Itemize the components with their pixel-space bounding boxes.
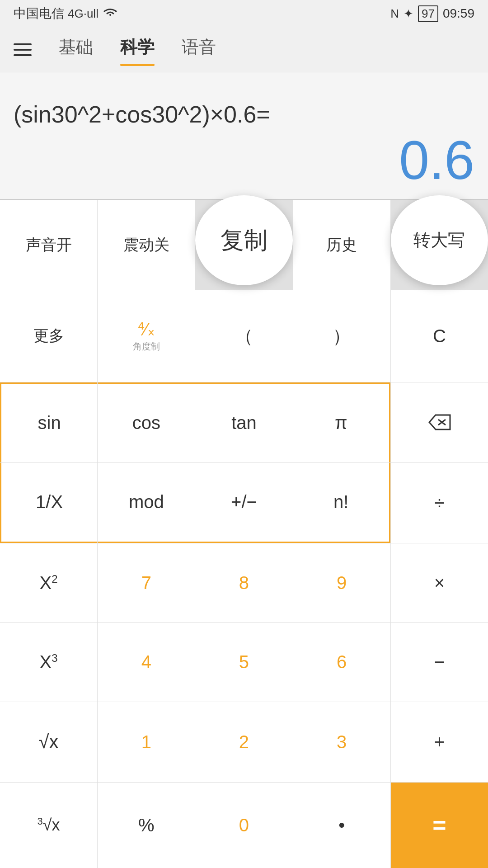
percent-button[interactable]: % <box>98 783 195 868</box>
status-right: N ✦ 97 09:59 <box>390 5 474 22</box>
close-paren-button[interactable]: ） <box>293 290 390 382</box>
cube-button[interactable]: X3 <box>0 623 97 701</box>
square-label: X2 <box>40 573 58 593</box>
7-button[interactable]: 7 <box>98 543 195 622</box>
sqrt-button[interactable]: √x <box>0 702 97 782</box>
calc-area: (sin30^2+cos30^2)×0.6= 0.6 声音开 震动关 复制 历史… <box>0 72 488 868</box>
clear-button[interactable]: C <box>391 290 488 382</box>
display: (sin30^2+cos30^2)×0.6= 0.6 <box>0 72 488 199</box>
cube-label: X3 <box>40 652 58 672</box>
0-button[interactable]: 0 <box>195 783 292 868</box>
header: 基础 科学 语音 <box>0 27 488 72</box>
open-paren-button[interactable]: （ <box>195 290 292 382</box>
angle-icon: ⁴∕ₓ <box>138 320 155 340</box>
9-button[interactable]: 9 <box>293 543 390 622</box>
more-button[interactable]: 更多 <box>0 290 97 382</box>
dot-button[interactable]: • <box>293 783 390 868</box>
expression: (sin30^2+cos30^2)×0.6= <box>14 99 474 130</box>
inv-button[interactable]: 1/X <box>0 463 97 543</box>
bluetooth-icon: ✦ <box>404 7 413 21</box>
factorial-button[interactable]: n! <box>293 463 390 543</box>
menu-button[interactable] <box>14 43 32 56</box>
tab-science[interactable]: 科学 <box>120 36 155 63</box>
divide-button[interactable]: ÷ <box>391 463 488 543</box>
multiply-button[interactable]: × <box>391 543 488 622</box>
2-button[interactable]: 2 <box>195 702 292 782</box>
plus-minus-button[interactable]: +/− <box>195 463 292 543</box>
status-left: 中国电信 4G·ull <box>14 5 118 22</box>
uppercase-button[interactable]: 转大写 <box>391 195 488 285</box>
battery-icon: 97 <box>418 5 438 22</box>
mod-button[interactable]: mod <box>98 463 195 543</box>
cbrt-label: 3√x <box>38 816 60 835</box>
backspace-icon <box>427 413 451 431</box>
wifi-icon <box>102 6 118 22</box>
time-label: 09:59 <box>443 6 474 21</box>
angle-mode-button[interactable]: ⁴∕ₓ 角度制 <box>98 290 195 382</box>
nfc-icon: N <box>390 7 399 21</box>
carrier-label: 中国电信 <box>14 5 64 22</box>
sound-on-button[interactable]: 声音开 <box>0 200 97 290</box>
1-button[interactable]: 1 <box>98 702 195 782</box>
button-grid: 声音开 震动关 复制 历史 转大写 更多 ⁴∕ₓ 角度制 （ ） C sin c… <box>0 200 488 868</box>
minus-button[interactable]: − <box>391 623 488 701</box>
sin-button[interactable]: sin <box>0 382 97 462</box>
equals-button[interactable]: = <box>391 783 488 868</box>
backspace-button[interactable] <box>391 382 488 462</box>
3-button[interactable]: 3 <box>293 702 390 782</box>
sqrt-label: √x <box>39 731 59 753</box>
angle-label: 角度制 <box>133 340 160 353</box>
5-button[interactable]: 5 <box>195 623 292 701</box>
square-button[interactable]: X2 <box>0 543 97 622</box>
plus-button[interactable]: + <box>391 702 488 782</box>
signal-icon: 4G·ull <box>68 7 99 21</box>
result: 0.6 <box>14 130 474 190</box>
tab-basic[interactable]: 基础 <box>59 36 93 63</box>
pi-button[interactable]: π <box>293 382 390 462</box>
copy-button[interactable]: 复制 <box>195 195 292 285</box>
vibrate-off-button[interactable]: 震动关 <box>98 200 195 290</box>
cbrt-button[interactable]: 3√x <box>0 783 97 868</box>
tab-voice[interactable]: 语音 <box>182 36 216 63</box>
status-bar: 中国电信 4G·ull N ✦ 97 09:59 <box>0 0 488 27</box>
history-button[interactable]: 历史 <box>293 200 390 290</box>
6-button[interactable]: 6 <box>293 623 390 701</box>
4-button[interactable]: 4 <box>98 623 195 701</box>
cos-button[interactable]: cos <box>98 382 195 462</box>
8-button[interactable]: 8 <box>195 543 292 622</box>
tan-button[interactable]: tan <box>195 382 292 462</box>
